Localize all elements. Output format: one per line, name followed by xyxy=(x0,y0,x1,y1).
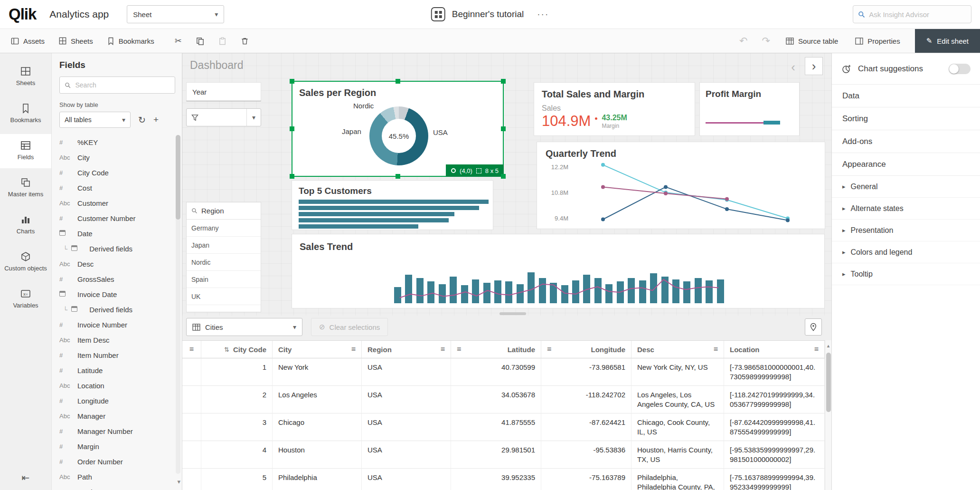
column-menu-icon[interactable]: ≡ xyxy=(547,345,551,354)
field-item[interactable]: #Longitude xyxy=(59,393,175,408)
next-sheet-button[interactable]: › xyxy=(805,57,823,75)
resize-handle[interactable] xyxy=(501,126,506,131)
year-filter[interactable]: Year xyxy=(186,82,261,101)
column-header[interactable]: Location≡ xyxy=(724,341,825,358)
sales-per-region-chart[interactable]: Sales per Region 45.5% Nordic Japan USA … xyxy=(292,81,504,177)
prop-section-sorting[interactable]: Sorting xyxy=(832,107,980,130)
pin-button[interactable] xyxy=(805,318,822,336)
resize-handle[interactable] xyxy=(501,174,506,179)
column-header[interactable]: ≡ xyxy=(182,341,201,358)
scrollbar-thumb[interactable] xyxy=(176,135,180,220)
data-point[interactable] xyxy=(664,185,668,189)
sales-trend-chart[interactable]: Sales Trend xyxy=(292,234,825,308)
total-sales-margin-kpi[interactable]: Total Sales and Margin Sales 104.9M 43.2… xyxy=(534,82,695,136)
appearance-item[interactable]: ▸Tooltip xyxy=(832,263,980,285)
rail-item-custom-objects[interactable]: Custom objects xyxy=(0,245,51,279)
clear-selections-button[interactable]: ⊘ Clear selections xyxy=(311,318,388,336)
scrollbar-thumb[interactable] xyxy=(826,353,831,412)
insight-advisor-search[interactable] xyxy=(853,5,971,23)
rail-item-variables[interactable]: x= Variables xyxy=(0,282,51,317)
paste-icon[interactable] xyxy=(218,37,226,45)
delete-icon[interactable] xyxy=(241,37,249,45)
bar[interactable] xyxy=(299,218,449,222)
field-item[interactable]: AbcLocation xyxy=(59,378,175,393)
field-item[interactable]: AbcCity xyxy=(59,150,175,165)
filter-dropdown[interactable]: ▾ xyxy=(186,108,261,126)
all-tables-dropdown[interactable]: All tables ▾ xyxy=(59,112,131,128)
data-point[interactable] xyxy=(601,218,605,221)
fields-search-input[interactable] xyxy=(75,81,170,89)
column-header[interactable]: Desc≡ xyxy=(631,341,724,358)
field-item[interactable]: AbcManager xyxy=(59,408,175,423)
assets-button[interactable]: Assets xyxy=(4,29,52,53)
table-row[interactable]: 1New YorkUSA40.730599-73.986581New York … xyxy=(182,358,825,386)
redo-icon[interactable]: ↷ xyxy=(756,35,776,47)
data-point[interactable] xyxy=(664,192,668,195)
properties-button[interactable]: Properties xyxy=(848,29,907,53)
gauge-segment[interactable] xyxy=(706,122,763,124)
chart-suggestions-toggle[interactable] xyxy=(949,64,971,74)
prop-section-appearance[interactable]: Appearance xyxy=(832,153,980,176)
column-header[interactable]: City≡ xyxy=(273,341,362,358)
resize-handle[interactable] xyxy=(290,79,294,84)
top5-customers-chart[interactable]: Top 5 Customers xyxy=(292,180,493,230)
resize-handle[interactable] xyxy=(290,174,294,179)
quarterly-trend-chart[interactable]: Quarterly Trend 12.2M10.8M9.4M xyxy=(537,142,825,229)
field-item[interactable]: #%KEY xyxy=(59,135,175,150)
column-menu-icon[interactable]: ≡ xyxy=(814,345,819,354)
column-header[interactable]: Region≡ xyxy=(362,341,451,358)
field-item[interactable]: └Derived fields xyxy=(59,302,175,317)
bar[interactable] xyxy=(299,224,418,229)
column-header[interactable]: ≡Latitude xyxy=(451,341,541,358)
panel-resize-handle[interactable] xyxy=(499,312,526,315)
column-menu-icon[interactable]: ≡ xyxy=(457,345,461,354)
field-item[interactable]: AbcProduct Group xyxy=(59,484,175,490)
bar[interactable] xyxy=(299,206,479,210)
trend-line-sales[interactable] xyxy=(400,279,719,298)
region-value[interactable]: UK xyxy=(187,288,261,305)
bar[interactable] xyxy=(299,212,454,216)
region-value[interactable]: Spain xyxy=(187,271,261,288)
scroll-up-icon[interactable]: ▴ xyxy=(825,343,831,349)
data-point[interactable] xyxy=(601,185,605,189)
rail-item-bookmarks[interactable]: Bookmarks xyxy=(0,97,51,131)
prop-section-add-ons[interactable]: Add-ons xyxy=(832,130,980,153)
table-row[interactable]: 5PhiladelphiaUSA39.952335-75.163789Phila… xyxy=(182,469,825,490)
column-menu-icon[interactable]: ≡ xyxy=(351,345,356,354)
field-item[interactable]: #Invoice Number xyxy=(59,317,175,332)
data-point[interactable] xyxy=(725,197,729,201)
data-point[interactable] xyxy=(725,207,729,211)
table-row[interactable]: 2Los AngelesUSA34.053678-118.242702Los A… xyxy=(182,386,825,413)
trend-line-blue[interactable] xyxy=(603,187,788,220)
column-header[interactable]: ⇅City Code xyxy=(201,341,273,358)
add-field-icon[interactable]: + xyxy=(153,115,159,125)
edit-sheet-button[interactable]: ✎ Edit sheet xyxy=(915,29,980,53)
column-menu-icon[interactable]: ≡ xyxy=(441,345,445,354)
field-item[interactable]: AbcCustomer xyxy=(59,195,175,211)
collapse-panel-icon[interactable]: ⇤ xyxy=(0,472,51,483)
resize-handle[interactable] xyxy=(290,126,294,131)
prop-section-data[interactable]: Data xyxy=(832,85,980,107)
region-value[interactable]: Japan xyxy=(187,237,261,254)
column-menu-icon[interactable]: ≡ xyxy=(714,345,718,354)
region-value[interactable]: Germany xyxy=(187,220,261,237)
trend-line-cyan[interactable] xyxy=(603,165,788,219)
profit-margin-chart[interactable]: Profit Margin xyxy=(699,82,800,136)
data-point[interactable] xyxy=(601,163,605,167)
column-menu-icon[interactable]: ≡ xyxy=(189,345,194,354)
fields-scrollbar[interactable] xyxy=(176,135,180,474)
rail-item-fields[interactable]: Fields xyxy=(0,134,51,168)
resize-handle[interactable] xyxy=(396,79,400,84)
bookmarks-button[interactable]: Bookmarks xyxy=(100,29,161,53)
appearance-item[interactable]: ▸Presentation xyxy=(832,220,980,241)
field-item[interactable]: #Margin xyxy=(59,439,175,454)
rail-item-sheets[interactable]: Sheets xyxy=(0,60,51,94)
table-scrollbar[interactable]: ▴ xyxy=(825,340,831,490)
copy-icon[interactable] xyxy=(196,37,204,45)
rail-item-master-items[interactable]: Master items xyxy=(0,171,51,205)
field-item[interactable]: Date xyxy=(59,226,175,241)
fields-search[interactable] xyxy=(59,77,175,94)
field-item[interactable]: #Order Number xyxy=(59,454,175,469)
table-row[interactable]: 3ChicagoUSA41.875555-87.624421Chicago, C… xyxy=(182,413,825,441)
field-item[interactable]: Invoice Date xyxy=(59,287,175,302)
